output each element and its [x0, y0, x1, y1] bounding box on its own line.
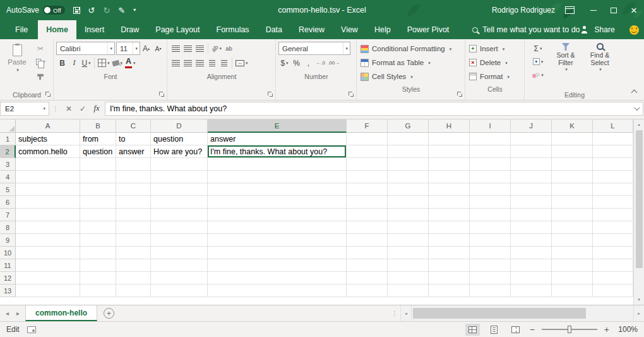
row-header-6[interactable]: 6	[0, 196, 16, 209]
cell-E7[interactable]	[208, 209, 347, 221]
scroll-right-arrow[interactable]: ▸	[633, 305, 644, 321]
font-size-combo[interactable]: 11▾	[116, 42, 140, 55]
conditional-formatting-button[interactable]: Conditional Formatting ▾	[359, 42, 463, 56]
column-header-E[interactable]: E	[208, 119, 347, 133]
macro-record-icon[interactable]	[27, 326, 36, 333]
cell-I8[interactable]	[470, 221, 511, 234]
cell-A1[interactable]: subjects	[16, 133, 80, 145]
cell-H5[interactable]	[429, 183, 470, 196]
row-header-11[interactable]: 11	[0, 259, 16, 272]
increase-decimal-button[interactable]: ←.0	[314, 56, 326, 70]
cell-J12[interactable]	[511, 272, 552, 285]
cell-D6[interactable]	[151, 196, 208, 209]
cell-B13[interactable]	[80, 285, 116, 297]
column-header-J[interactable]: J	[511, 119, 552, 133]
customize-quick-access-icon[interactable]: ▾	[133, 8, 136, 13]
cell-J5[interactable]	[511, 183, 552, 196]
row-header-8[interactable]: 8	[0, 221, 16, 234]
percent-format-button[interactable]: %	[290, 56, 302, 70]
tab-help[interactable]: Help	[366, 20, 399, 39]
cell-K9[interactable]	[552, 234, 593, 247]
column-header-C[interactable]: C	[116, 119, 151, 133]
orientation-button[interactable]: ab▾	[210, 42, 223, 55]
cell-F12[interactable]	[347, 272, 388, 285]
column-header-G[interactable]: G	[388, 119, 429, 133]
cell-C13[interactable]	[116, 285, 151, 297]
pen-tool-button[interactable]: ✎	[118, 6, 125, 15]
align-right-button[interactable]	[194, 56, 206, 70]
cell-B2[interactable]: question	[80, 145, 116, 158]
delete-cells-button[interactable]: × Delete ▾	[468, 56, 522, 70]
select-all-corner[interactable]	[0, 119, 16, 133]
zoom-slider-thumb[interactable]	[568, 326, 571, 333]
cell-G5[interactable]	[388, 183, 429, 196]
cell-E4[interactable]	[208, 171, 347, 183]
cell-H8[interactable]	[429, 221, 470, 234]
cell-C8[interactable]	[116, 221, 151, 234]
tab-page-layout[interactable]: Page Layout	[147, 20, 208, 39]
sort-filter-button[interactable]: Sort & Filter ▾	[549, 42, 583, 89]
borders-button[interactable]: ▾	[97, 56, 111, 70]
cell-L1[interactable]	[593, 133, 633, 145]
horizontal-scroll-track[interactable]	[411, 305, 633, 321]
cell-K2[interactable]	[552, 145, 593, 158]
fill-color-button[interactable]: ▾	[111, 56, 124, 70]
cell-G3[interactable]	[388, 158, 429, 171]
cell-K3[interactable]	[552, 158, 593, 171]
cell-K11[interactable]	[552, 259, 593, 272]
cell-C3[interactable]	[116, 158, 151, 171]
underline-button[interactable]: U▾	[80, 56, 92, 70]
cell-D11[interactable]	[151, 259, 208, 272]
column-header-B[interactable]: B	[80, 119, 116, 133]
cell-H12[interactable]	[429, 272, 470, 285]
cell-C5[interactable]	[116, 183, 151, 196]
cell-L4[interactable]	[593, 171, 633, 183]
vertical-scrollbar[interactable]: ▴ ▾	[633, 119, 644, 305]
cell-F9[interactable]	[347, 234, 388, 247]
cell-D4[interactable]	[151, 171, 208, 183]
cell-D12[interactable]	[151, 272, 208, 285]
clear-button[interactable]: ▾	[527, 68, 549, 82]
cell-I6[interactable]	[470, 196, 511, 209]
scroll-down-arrow[interactable]: ▾	[634, 295, 644, 305]
cell-D7[interactable]	[151, 209, 208, 221]
cell-D2[interactable]: How are you?	[151, 145, 208, 158]
cell-L8[interactable]	[593, 221, 633, 234]
cell-B1[interactable]: from	[80, 133, 116, 145]
align-bottom-button[interactable]	[194, 42, 206, 55]
cell-E8[interactable]	[208, 221, 347, 234]
cell-L5[interactable]	[593, 183, 633, 196]
cell-A6[interactable]	[16, 196, 80, 209]
cell-L9[interactable]	[593, 234, 633, 247]
align-middle-button[interactable]	[182, 42, 194, 55]
formula-input[interactable]: I'm fine, thanks. What about you?	[105, 102, 643, 116]
cell-J7[interactable]	[511, 209, 552, 221]
cell-I9[interactable]	[470, 234, 511, 247]
bold-button[interactable]: B	[56, 56, 68, 70]
cell-G12[interactable]	[388, 272, 429, 285]
cell-F4[interactable]	[347, 171, 388, 183]
row-header-1[interactable]: 1	[0, 133, 16, 145]
cell-H11[interactable]	[429, 259, 470, 272]
cell-I10[interactable]	[470, 247, 511, 259]
tab-data[interactable]: Data	[258, 20, 290, 39]
font-color-button[interactable]: A▾	[124, 56, 137, 70]
cell-J6[interactable]	[511, 196, 552, 209]
save-icon[interactable]	[73, 7, 80, 14]
cell-E11[interactable]	[208, 259, 347, 272]
cell-C11[interactable]	[116, 259, 151, 272]
formula-bar-resize-handle[interactable]: ⋮	[49, 105, 62, 112]
cell-B8[interactable]	[80, 221, 116, 234]
cell-K6[interactable]	[552, 196, 593, 209]
cell-C6[interactable]	[116, 196, 151, 209]
comma-format-button[interactable]: ,	[302, 56, 314, 70]
previous-sheet-button[interactable]: ◂	[2, 310, 13, 317]
cell-A11[interactable]	[16, 259, 80, 272]
cell-D9[interactable]	[151, 234, 208, 247]
column-header-D[interactable]: D	[151, 119, 208, 133]
cell-F13[interactable]	[347, 285, 388, 297]
cell-I7[interactable]	[470, 209, 511, 221]
confirm-entry-button[interactable]: ✓	[76, 102, 90, 116]
format-painter-button[interactable]	[32, 68, 49, 82]
cell-L10[interactable]	[593, 247, 633, 259]
